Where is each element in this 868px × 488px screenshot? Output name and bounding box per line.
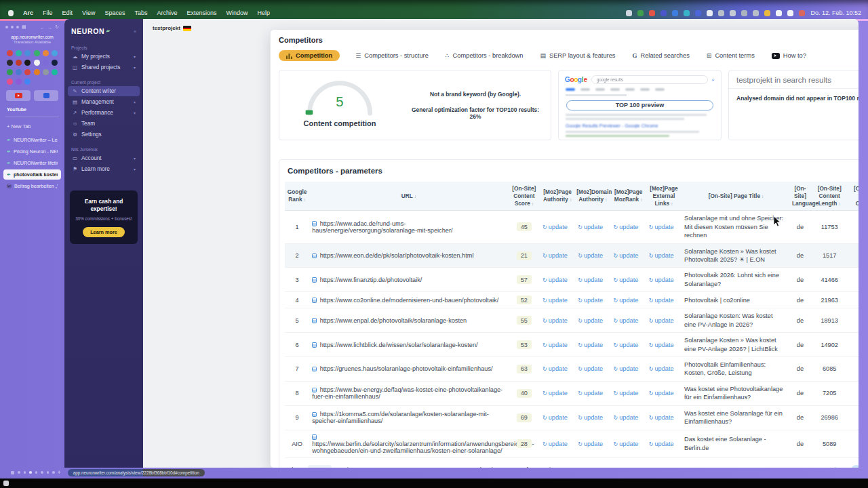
update-link[interactable]: ↻update <box>578 441 603 447</box>
update-link[interactable]: ↻update <box>578 224 603 230</box>
sidebar-item[interactable]: ▤ Management ▾ <box>68 97 140 107</box>
menu-item[interactable]: Edit <box>62 9 73 16</box>
update-link[interactable]: ↻update <box>542 297 568 304</box>
update-link[interactable]: ↻update <box>578 414 603 421</box>
menu-item[interactable]: Archive <box>157 9 177 16</box>
menu-item[interactable]: File <box>43 9 53 16</box>
site-favicon[interactable] <box>16 60 22 66</box>
competitor-url-link[interactable]: https://gruenes.haus/solaranlage-photovo… <box>320 365 493 372</box>
page-number-button[interactable]: 1 <box>851 465 859 468</box>
window-icon[interactable] <box>741 10 747 16</box>
menu-item[interactable]: Window <box>226 9 248 16</box>
update-link[interactable]: ↻update <box>578 277 603 283</box>
display-icon[interactable] <box>626 10 632 16</box>
window-zoom-icon[interactable] <box>16 26 19 28</box>
window-minimize-icon[interactable] <box>11 26 14 28</box>
sidebar-item[interactable]: ✎ Content writer <box>68 86 140 96</box>
dock-icon[interactable] <box>3 481 9 486</box>
tree-app-icon[interactable] <box>637 10 644 16</box>
page-size-select[interactable]: 10 <box>308 465 331 468</box>
open-page-icon[interactable] <box>312 412 317 418</box>
column-header[interactable]: [On-Site] Content Score↕ <box>509 182 540 211</box>
menu-item[interactable]: View <box>82 9 95 16</box>
column-header[interactable]: [On-Site] Word Count↕ <box>849 182 859 211</box>
update-link[interactable]: ↻update <box>614 365 639 372</box>
open-page-icon[interactable] <box>312 318 317 323</box>
tab-content-terms[interactable]: ⊞ Content terms <box>705 50 756 61</box>
column-header[interactable]: URL↕ <box>309 182 509 211</box>
tab-serp-layout[interactable]: ▤ SERP layout & features <box>538 50 616 61</box>
cloud-icon[interactable] <box>707 10 713 16</box>
update-link[interactable]: ↻update <box>649 342 674 348</box>
competitor-url-link[interactable]: https://www.finanztip.de/photovoltaik/ <box>320 277 422 283</box>
chrome-icon[interactable] <box>649 10 655 16</box>
top100-preview-button[interactable]: TOP 100 preview <box>566 100 713 110</box>
tab-competitors-structure[interactable]: ☰ Competitors - structure <box>354 50 430 61</box>
update-link[interactable]: ↻update <box>542 365 568 372</box>
sidebar-item[interactable]: ↗ Performance ▾ <box>68 108 140 118</box>
sidebar-item[interactable]: ◫ Shared projects ▾ <box>68 62 140 73</box>
add-space-icon[interactable]: + <box>58 469 61 476</box>
open-page-icon[interactable] <box>312 253 317 259</box>
collapse-nav-icon[interactable]: « <box>134 29 136 34</box>
update-link[interactable]: ↻update <box>649 390 674 396</box>
site-favicon[interactable] <box>24 79 31 85</box>
site-favicon[interactable] <box>7 50 13 56</box>
update-link[interactable]: ↻update <box>542 342 568 348</box>
update-link[interactable]: ↻update <box>578 252 603 259</box>
update-link[interactable]: ↻update <box>578 297 603 304</box>
site-favicon[interactable] <box>34 69 40 75</box>
site-favicon[interactable] <box>34 50 40 56</box>
apple-icon[interactable] <box>8 10 14 16</box>
column-header[interactable]: [Moz]Page External Links↕ <box>646 182 682 211</box>
column-header[interactable]: [On-Site] Language↕ <box>791 182 810 211</box>
site-favicon[interactable] <box>52 69 58 75</box>
open-page-icon[interactable] <box>312 298 317 303</box>
update-link[interactable]: ↻update <box>578 342 603 348</box>
site-favicon[interactable] <box>43 69 49 75</box>
update-link[interactable]: ↻update <box>578 390 603 396</box>
sidebar-item[interactable]: ⚙ Settings <box>68 129 140 140</box>
menu-item[interactable]: Help <box>258 9 271 16</box>
site-favicon[interactable] <box>24 69 31 75</box>
pinned-tile[interactable] <box>34 90 58 101</box>
menubar-clock[interactable]: Do. 12. Feb. 10:52 <box>810 9 861 16</box>
tab-competition[interactable]: Competition <box>279 50 340 61</box>
update-link[interactable]: ↻update <box>542 441 568 447</box>
window-close-icon[interactable] <box>5 26 8 28</box>
update-link[interactable]: ↻update <box>614 252 639 259</box>
sidebar-item[interactable]: ⚑ Learn more ▾ <box>68 164 140 174</box>
update-link[interactable]: ↻update <box>649 365 674 372</box>
site-favicon[interactable] <box>24 60 31 66</box>
site-favicon[interactable] <box>43 60 49 66</box>
site-favicon[interactable] <box>16 50 22 56</box>
update-link[interactable]: ↻update <box>649 414 674 421</box>
column-header[interactable]: [Moz]Page MozRank↕ <box>611 182 646 211</box>
site-favicon[interactable] <box>16 79 22 85</box>
site-favicon[interactable] <box>52 50 58 56</box>
open-page-icon[interactable] <box>312 342 317 348</box>
wifi-icon[interactable] <box>776 10 782 16</box>
site-favicon[interactable] <box>24 50 31 56</box>
blue-app-icon[interactable] <box>672 10 678 16</box>
search-icon[interactable] <box>787 10 793 16</box>
open-page-icon[interactable] <box>312 367 317 372</box>
column-header[interactable]: [Moz]Page Authority↕ <box>540 182 575 211</box>
update-link[interactable]: ↻update <box>649 317 674 324</box>
project-selector[interactable]: testprojekt <box>153 25 191 31</box>
sidebar-item[interactable]: ☺ Team <box>68 119 140 129</box>
update-link[interactable]: ↻update <box>614 277 639 283</box>
update-link[interactable]: ↻update <box>578 365 603 372</box>
tab-how-to[interactable]: How to? <box>770 50 808 61</box>
competitor-url-link[interactable]: https://1komma5.com/de/solaranlage/koste… <box>312 411 489 424</box>
update-link[interactable]: ↻update <box>614 342 639 348</box>
update-link[interactable]: ↻update <box>542 224 568 230</box>
competitor-url-link[interactable]: https://www.enpal.de/photovoltaik/solara… <box>320 317 467 324</box>
update-link[interactable]: ↻update <box>614 317 639 324</box>
column-header[interactable]: [On-Site] Page Title↕ <box>682 182 791 211</box>
v-app-icon[interactable] <box>660 10 667 16</box>
competitor-url-link[interactable]: https://www.bw-energy.de/faq/was-kostet-… <box>312 386 502 400</box>
previous-page-button[interactable]: Previous <box>822 466 846 468</box>
update-link[interactable]: ↻update <box>649 441 674 447</box>
sidebar-item[interactable]: ▭ Account ▾ <box>68 153 140 163</box>
